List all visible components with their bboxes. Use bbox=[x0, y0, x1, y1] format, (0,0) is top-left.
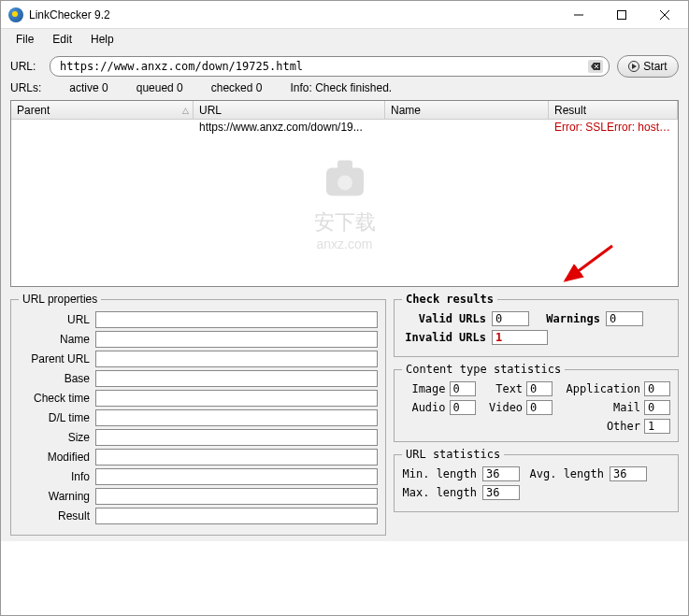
clear-url-icon[interactable] bbox=[588, 60, 603, 73]
window-title: LinkChecker 9.2 bbox=[29, 8, 557, 21]
minimize-icon bbox=[574, 10, 583, 20]
cell-parent bbox=[11, 120, 194, 136]
content-stats-legend: Content type statistics bbox=[402, 363, 565, 376]
prop-size-field[interactable] bbox=[95, 429, 378, 446]
prop-size-label: Size bbox=[19, 431, 95, 444]
prop-modified-label: Modified bbox=[19, 451, 95, 464]
cell-url: https://www.anxz.com/down/19... bbox=[194, 120, 385, 136]
prop-dl-time-field[interactable] bbox=[95, 409, 378, 426]
cell-result: Error: SSLError: hostname... bbox=[549, 120, 678, 136]
menu-help[interactable]: Help bbox=[83, 31, 122, 48]
audio-label: Audio bbox=[402, 401, 446, 414]
other-label: Other bbox=[556, 420, 640, 433]
text-value: 0 bbox=[526, 381, 553, 396]
url-input[interactable] bbox=[60, 60, 588, 73]
url-stats-panel: URL statistics Min. length 36 Avg. lengt… bbox=[394, 448, 679, 512]
status-checked: checked 0 bbox=[211, 81, 263, 94]
check-results-legend: Check results bbox=[402, 293, 497, 306]
video-value: 0 bbox=[526, 400, 553, 415]
other-value: 1 bbox=[644, 419, 670, 434]
min-length-value: 36 bbox=[482, 466, 520, 481]
close-icon bbox=[660, 10, 669, 20]
url-properties-panel: URL properties URL Name Parent URL Base … bbox=[10, 293, 386, 536]
avg-length-value: 36 bbox=[610, 466, 647, 481]
application-value: 0 bbox=[644, 381, 670, 396]
svg-rect-1 bbox=[618, 10, 626, 19]
status-row: URLs: active 0 queued 0 checked 0 Info: … bbox=[10, 81, 679, 94]
prop-info-field[interactable] bbox=[95, 468, 378, 485]
prop-warning-field[interactable] bbox=[95, 488, 378, 505]
sort-icon: △ bbox=[182, 106, 189, 115]
prop-check-time-label: Check time bbox=[19, 392, 95, 405]
prop-dl-time-label: D/L time bbox=[19, 411, 95, 424]
results-table: Parent△ URL Name Result https://www.anxz… bbox=[10, 100, 679, 287]
content-area: URL: Start URLs: active 0 queued 0 check… bbox=[1, 50, 688, 541]
check-results-panel: Check results Valid URLs 0 Warnings 0 In… bbox=[394, 293, 679, 357]
prop-warning-label: Warning bbox=[19, 490, 95, 503]
mail-label: Mail bbox=[556, 401, 640, 414]
window-controls bbox=[557, 2, 686, 28]
backspace-icon bbox=[591, 63, 600, 70]
warnings-label: Warnings bbox=[535, 312, 600, 325]
table-body[interactable]: https://www.anxz.com/down/19... Error: S… bbox=[11, 120, 678, 286]
max-length-value: 36 bbox=[482, 485, 520, 500]
prop-base-field[interactable] bbox=[95, 370, 378, 387]
status-queued: queued 0 bbox=[136, 81, 183, 94]
prop-url-field[interactable] bbox=[95, 311, 378, 328]
prop-name-label: Name bbox=[19, 333, 95, 346]
bottom-panels: URL properties URL Name Parent URL Base … bbox=[10, 293, 679, 536]
start-label: Start bbox=[643, 60, 667, 73]
valid-urls-value: 0 bbox=[492, 311, 529, 326]
th-result[interactable]: Result bbox=[549, 101, 678, 119]
th-name[interactable]: Name bbox=[385, 101, 549, 119]
minimize-button[interactable] bbox=[557, 2, 600, 28]
prop-modified-field[interactable] bbox=[95, 449, 378, 466]
prop-result-label: Result bbox=[19, 509, 95, 523]
play-icon bbox=[628, 61, 639, 72]
titlebar: LinkChecker 9.2 bbox=[1, 1, 688, 29]
menu-file[interactable]: File bbox=[8, 31, 41, 48]
application-label: Application bbox=[556, 382, 640, 395]
warnings-value: 0 bbox=[606, 311, 643, 326]
cell-name bbox=[385, 120, 549, 136]
image-label: Image bbox=[402, 382, 446, 395]
valid-urls-label: Valid URLs bbox=[402, 312, 486, 325]
prop-url-label: URL bbox=[19, 313, 95, 326]
maximize-button[interactable] bbox=[600, 2, 643, 28]
url-properties-legend: URL properties bbox=[19, 293, 101, 306]
prop-check-time-field[interactable] bbox=[95, 390, 378, 407]
avg-length-label: Avg. length bbox=[525, 467, 604, 480]
prop-name-field[interactable] bbox=[95, 331, 378, 348]
prop-parent-url-field[interactable] bbox=[95, 351, 378, 367]
prop-info-label: Info bbox=[19, 470, 95, 483]
url-stats-legend: URL statistics bbox=[402, 448, 504, 461]
url-input-wrap bbox=[50, 56, 610, 77]
app-icon bbox=[8, 7, 23, 22]
menubar: File Edit Help bbox=[1, 29, 688, 50]
image-value: 0 bbox=[450, 381, 476, 396]
prop-result-field[interactable] bbox=[95, 508, 378, 524]
maximize-icon bbox=[617, 10, 626, 20]
prop-parent-url-label: Parent URL bbox=[19, 352, 95, 365]
invalid-urls-label: Invalid URLs bbox=[402, 331, 486, 344]
mail-value: 0 bbox=[644, 400, 670, 415]
th-parent[interactable]: Parent△ bbox=[11, 101, 194, 119]
content-stats-panel: Content type statistics Image 0 Text 0 A… bbox=[394, 363, 679, 442]
audio-value: 0 bbox=[450, 400, 476, 415]
max-length-label: Max. length bbox=[402, 486, 477, 499]
menu-edit[interactable]: Edit bbox=[45, 31, 79, 48]
status-info: Info: Check finished. bbox=[290, 81, 392, 94]
invalid-urls-value: 1 bbox=[492, 330, 548, 345]
start-button[interactable]: Start bbox=[617, 55, 679, 78]
status-urls-label: URLs: bbox=[10, 81, 41, 94]
url-label: URL: bbox=[10, 60, 42, 73]
url-row: URL: Start bbox=[10, 55, 679, 78]
close-button[interactable] bbox=[643, 2, 686, 28]
table-row[interactable]: https://www.anxz.com/down/19... Error: S… bbox=[11, 120, 678, 136]
th-url[interactable]: URL bbox=[194, 101, 385, 119]
min-length-label: Min. length bbox=[402, 467, 477, 480]
text-label: Text bbox=[480, 382, 524, 395]
table-header: Parent△ URL Name Result bbox=[11, 101, 678, 120]
status-active: active 0 bbox=[69, 81, 108, 94]
video-label: Video bbox=[480, 401, 524, 414]
